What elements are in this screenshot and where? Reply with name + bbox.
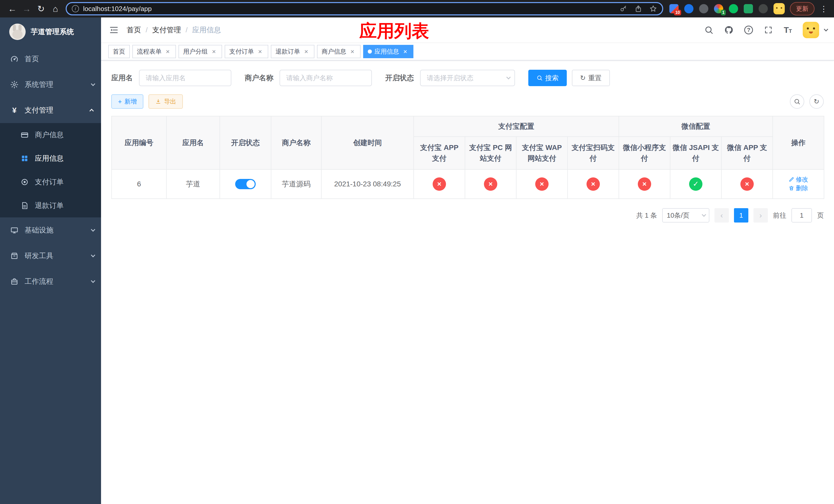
sidebar-logo[interactable]: 芋道管理系统 — [0, 18, 101, 46]
tab-process-form[interactable]: 流程表单× — [132, 45, 176, 58]
goto-label: 前往 — [773, 211, 786, 220]
tab-close-icon[interactable]: × — [402, 48, 409, 55]
chrome-update-button[interactable]: 更新 — [790, 2, 814, 15]
right-toolbar: ↻ — [790, 94, 824, 109]
status-label: 开启状态 — [385, 73, 414, 83]
tab-pay-order[interactable]: 支付订单× — [225, 45, 268, 58]
extension-pin-icon[interactable] — [759, 4, 768, 13]
sidebar-item-infra[interactable]: 基础设施 — [0, 217, 101, 243]
dashboard-icon — [10, 55, 19, 63]
extension-avatar-icon[interactable]: 1 — [714, 4, 723, 13]
sidebar-item-system[interactable]: 系统管理 — [0, 72, 101, 97]
sidebar-item-merchant-info[interactable]: 商户信息 — [0, 123, 101, 147]
filter-form: 应用名 商户名称 开启状态 请选择开启状态 搜索 ↻ 重置 — [111, 70, 824, 86]
extension-green-square-icon[interactable] — [744, 4, 753, 13]
refresh-icon: ↻ — [580, 75, 586, 81]
sidebar-item-pay-order[interactable]: 支付订单 — [0, 170, 101, 194]
col-header-app-name: 应用名 — [167, 116, 220, 169]
extension-blue-red-icon[interactable]: 10 — [670, 4, 679, 13]
group-header-alipay: 支付宝配置 — [414, 116, 619, 137]
back-icon[interactable]: ← — [5, 2, 20, 16]
page-number-1[interactable]: 1 — [734, 208, 748, 223]
next-page-button[interactable]: › — [753, 208, 768, 223]
goto-page-input[interactable] — [791, 208, 812, 223]
tab-merchant-info[interactable]: 商户信息× — [317, 45, 360, 58]
browser-menu-icon[interactable]: ⋮ — [819, 4, 829, 13]
sidebar-item-app-info[interactable]: 应用信息 — [0, 147, 101, 170]
tab-close-icon[interactable]: × — [210, 48, 218, 55]
tab-close-icon[interactable]: × — [303, 48, 310, 55]
tab-close-icon[interactable]: × — [164, 48, 171, 55]
search-button[interactable]: 搜索 — [528, 70, 567, 86]
cell-wx-mini: × — [619, 169, 670, 199]
tab-close-icon[interactable]: × — [349, 48, 356, 55]
extension-emoji-icon[interactable] — [773, 3, 785, 14]
merchant-name-label: 商户名称 — [245, 73, 273, 83]
help-icon[interactable]: ? — [744, 26, 753, 35]
sidebar-item-payment[interactable]: ¥ 支付管理 — [0, 97, 101, 123]
github-icon[interactable] — [724, 25, 733, 35]
screen: ← → ↻ ⌂ i localhost:1024/pay/app 10 1 更新… — [0, 0, 834, 504]
toggle-search-button[interactable] — [790, 94, 804, 109]
extension-droplet-icon[interactable] — [684, 4, 694, 13]
sidebar-item-dev-tools[interactable]: 研发工具 — [0, 243, 101, 269]
document-icon — [21, 202, 29, 210]
password-key-icon[interactable] — [620, 5, 627, 13]
page-content: 应用名 商户名称 开启状态 请选择开启状态 搜索 ↻ 重置 — [101, 61, 834, 504]
app-name-input[interactable] — [139, 70, 231, 86]
tab-user-group[interactable]: 用户分组× — [178, 45, 222, 58]
refresh-table-button[interactable]: ↻ — [809, 94, 824, 109]
forward-icon[interactable]: → — [20, 2, 34, 16]
prev-page-button[interactable]: ‹ — [715, 208, 729, 223]
config-status-icon: × — [484, 177, 497, 191]
tab-refund-order[interactable]: 退款订单× — [271, 45, 314, 58]
sidebar-item-refund-order[interactable]: 退款订单 — [0, 194, 101, 217]
status-select[interactable]: 请选择开启状态 — [420, 70, 515, 86]
tab-home[interactable]: 首页 — [108, 45, 130, 58]
extension-green-circle-icon[interactable] — [729, 4, 738, 13]
col-header-wx-app: 微信 APP 支付 — [721, 137, 773, 169]
share-icon[interactable] — [635, 5, 642, 13]
user-avatar[interactable] — [803, 22, 819, 38]
site-info-icon[interactable]: i — [72, 5, 79, 12]
fullscreen-icon[interactable] — [764, 25, 773, 35]
navbar-actions: ? TT — [704, 22, 827, 38]
cell-alipay-qr: × — [568, 169, 619, 199]
search-icon[interactable] — [704, 25, 714, 35]
extension-dark-icon[interactable] — [699, 4, 708, 13]
cell-actions: 修改 删除 — [773, 169, 824, 199]
add-button[interactable]: + 新增 — [111, 94, 144, 109]
reset-button[interactable]: ↻ 重置 — [572, 70, 610, 86]
tab-close-icon[interactable]: × — [257, 48, 264, 55]
briefcase-icon — [10, 277, 19, 285]
sidebar-fold-icon[interactable] — [101, 17, 127, 43]
home-icon[interactable]: ⌂ — [48, 2, 63, 16]
tab-app-info[interactable]: 应用信息× — [363, 45, 413, 58]
target-icon — [21, 178, 29, 186]
page-size-select[interactable]: 10条/页 — [662, 208, 709, 223]
breadcrumb-payment[interactable]: 支付管理 — [152, 25, 181, 35]
col-header-alipay-wap: 支付宝 WAP 网站支付 — [516, 137, 568, 169]
status-toggle[interactable] — [235, 179, 256, 189]
col-header-wx-jsapi: 微信 JSAPI 支付 — [670, 137, 721, 169]
bookmark-star-icon[interactable] — [649, 5, 657, 13]
top-navbar: 首页 / 支付管理 / 应用信息 应用列表 ? — [101, 18, 834, 43]
merchant-name-input[interactable] — [280, 70, 372, 86]
reload-icon[interactable]: ↻ — [34, 2, 48, 16]
url-text[interactable]: localhost:1024/pay/app — [83, 5, 620, 13]
edit-button[interactable]: 修改 — [789, 175, 808, 184]
cell-app-id: 6 — [112, 169, 167, 199]
sidebar-item-workflow[interactable]: 工作流程 — [0, 269, 101, 294]
page-title-annotation: 应用列表 — [359, 20, 429, 43]
address-bar[interactable]: i localhost:1024/pay/app — [66, 2, 663, 15]
breadcrumb-home[interactable]: 首页 — [127, 25, 141, 35]
delete-button[interactable]: 删除 — [789, 184, 808, 192]
avatar-caret-icon[interactable] — [824, 27, 828, 31]
export-button[interactable]: 导出 — [149, 94, 183, 109]
breadcrumb-separator: / — [186, 26, 188, 34]
breadcrumb-separator: / — [146, 26, 148, 34]
sidebar-item-home[interactable]: 首页 — [0, 46, 101, 72]
font-size-icon[interactable]: TT — [784, 25, 792, 35]
cell-status — [220, 169, 271, 199]
config-status-icon: × — [433, 177, 446, 191]
